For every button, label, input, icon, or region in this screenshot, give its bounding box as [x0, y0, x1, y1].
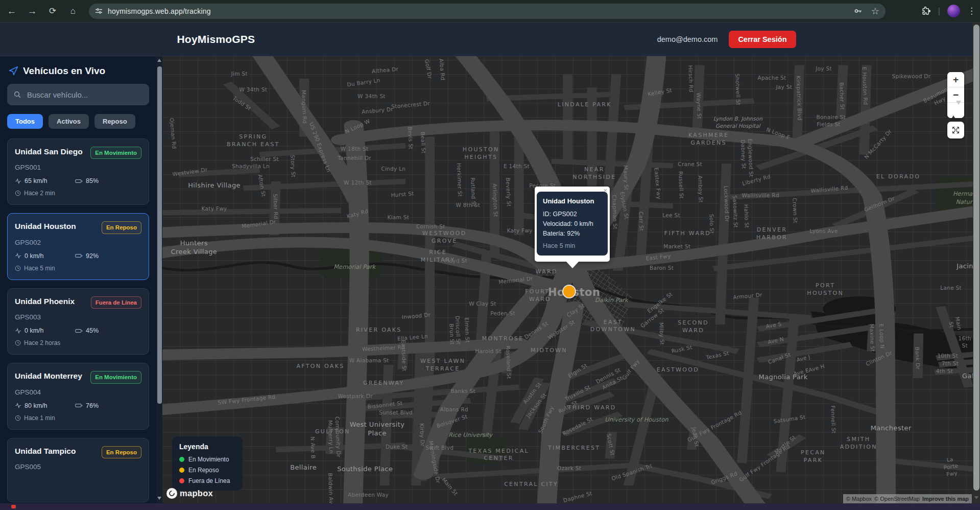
vehicle-sidebar: Vehículos en Vivo TodosActivosReposo Uni…	[0, 56, 156, 503]
legend-items: En MovimientoEn ReposoFuera de Línea	[179, 456, 235, 484]
map-attribution: © Mapbox © OpenStreetMap Improve this ma…	[843, 494, 972, 503]
sidebar-scroll-thumb[interactable]	[157, 66, 162, 404]
map-legend: Leyenda En MovimientoEn ReposoFuera de L…	[172, 436, 243, 491]
vehicle-name: Unidad Monterrey	[15, 371, 82, 381]
speed-value: 0 km/h	[15, 252, 75, 260]
browser-toolbar: ← → ⟳ ⌂ hoymismogps.web.app/tracking ☆	[0, 0, 980, 22]
compass-button[interactable]	[947, 103, 964, 118]
sidebar-title: Vehículos en Vivo	[23, 65, 105, 77]
page-scroll-down-icon[interactable]	[974, 496, 978, 499]
legend-dot	[179, 457, 184, 462]
popup-last-update: Hace 5 min	[543, 242, 602, 249]
last-update: Hace 5 min	[15, 265, 141, 272]
sidebar-scrollbar[interactable]	[156, 56, 162, 503]
browser-menu-icon[interactable]: ⋮	[967, 6, 976, 16]
popup-speed: Velocidad: 0 km/h	[543, 219, 602, 229]
legend-item: En Movimiento	[179, 456, 235, 463]
mapbox-logo[interactable]: mapbox	[166, 488, 213, 499]
legend-title: Leyenda	[179, 443, 235, 451]
mapbox-logo-text: mapbox	[180, 489, 213, 498]
status-badge: En Movimiento	[90, 147, 141, 159]
password-key-icon[interactable]	[853, 6, 863, 16]
vehicle-name: Unidad Houston	[15, 221, 76, 231]
map-canvas[interactable]: SPRING BRANCH EASTHOUSTON HEIGHTSNEAR NO…	[162, 56, 973, 503]
vehicle-name: Unidad Phoenix	[15, 296, 75, 307]
last-update: Hace 2 horas	[15, 339, 141, 346]
filter-todos[interactable]: Todos	[7, 114, 43, 129]
vehicle-card[interactable]: Unidad Monterrey En Movimiento GPS004 80…	[7, 363, 149, 429]
search-icon	[13, 90, 21, 99]
speed-value: 0 km/h	[15, 327, 75, 334]
popup-pointer	[566, 261, 579, 268]
legend-dot	[179, 478, 184, 483]
vehicle-list: Unidad San Diego En Movimiento GPS001 65…	[7, 138, 149, 502]
app-title: HoyMismoGPS	[177, 33, 255, 45]
vehicle-name: Unidad Tampico	[15, 446, 76, 456]
taskbar-strip	[0, 503, 980, 510]
user-email: demo@demo.com	[657, 35, 718, 43]
battery-value: 76%	[75, 402, 99, 409]
vehicle-id: GPS001	[15, 164, 141, 171]
search-input[interactable]	[26, 90, 143, 100]
mapbox-logo-icon	[166, 488, 177, 499]
map-popup: × Unidad Houston ID: GPS002 Velocidad: 0…	[535, 187, 610, 262]
scroll-up-icon[interactable]	[157, 59, 161, 62]
status-badge: En Reposo	[102, 221, 141, 234]
navigation-icon	[8, 66, 18, 76]
legend-dot	[179, 468, 184, 473]
page-scrollbar[interactable]	[973, 22, 980, 503]
vehicle-card[interactable]: Unidad Tampico En Reposo GPS005	[7, 438, 149, 502]
attrib-improve-link[interactable]: Improve this map	[922, 496, 969, 502]
zoom-in-button[interactable]: +	[947, 72, 964, 87]
vehicle-id: GPS003	[15, 313, 141, 321]
status-badge: En Movimiento	[90, 371, 141, 383]
fullscreen-icon	[951, 126, 960, 134]
legend-item: Fuera de Línea	[179, 477, 235, 484]
filter-row: TodosActivosReposo	[7, 114, 149, 129]
filter-reposo[interactable]: Reposo	[94, 114, 135, 129]
speed-value: 65 km/h	[15, 177, 75, 184]
battery-value: 85%	[75, 177, 99, 184]
vehicle-card[interactable]: Unidad San Diego En Movimiento GPS001 65…	[7, 138, 149, 205]
popup-battery: Batería: 92%	[543, 229, 602, 239]
vehicle-id: GPS005	[15, 463, 141, 471]
app-header: HoyMismoGPS demo@demo.com Cerrar Sesión	[0, 22, 973, 56]
popup-close-icon[interactable]: ×	[603, 187, 607, 194]
popup-title: Unidad Houston	[543, 197, 602, 205]
vehicle-marker[interactable]	[563, 286, 575, 297]
legend-item: En Reposo	[179, 467, 235, 474]
fullscreen-button[interactable]	[947, 122, 964, 138]
vehicle-id: GPS004	[15, 388, 141, 396]
filter-activos[interactable]: Activos	[49, 114, 89, 129]
scroll-down-icon[interactable]	[157, 497, 161, 500]
profile-avatar[interactable]	[947, 5, 960, 17]
vehicle-card[interactable]: Unidad Phoenix Fuera de Línea GPS003 0 k…	[7, 288, 149, 355]
url-text: hoymismogps.web.app/tracking	[108, 7, 211, 15]
search-box[interactable]	[7, 84, 149, 105]
site-settings-icon[interactable]	[95, 7, 103, 15]
forward-icon[interactable]: →	[23, 3, 41, 20]
vehicle-name: Unidad San Diego	[15, 147, 83, 157]
attrib-mapbox-link[interactable]: © Mapbox	[846, 496, 872, 502]
status-badge: Fuera de Línea	[91, 296, 141, 309]
battery-value: 45%	[75, 327, 99, 334]
taskbar-accent	[11, 505, 16, 508]
page-scroll-thumb[interactable]	[973, 25, 979, 491]
last-update: Hace 2 min	[15, 190, 141, 197]
vehicle-id: GPS002	[15, 239, 141, 246]
bookmark-star-icon[interactable]: ☆	[871, 6, 879, 17]
map-roads	[162, 56, 973, 503]
back-icon[interactable]: ←	[3, 3, 20, 20]
home-icon[interactable]: ⌂	[64, 3, 82, 20]
reload-icon[interactable]: ⟳	[44, 3, 61, 20]
vehicle-card[interactable]: Unidad Houston En Reposo GPS002 0 km/h 9…	[7, 213, 149, 280]
battery-value: 92%	[75, 252, 99, 260]
screen: ← → ⟳ ⌂ hoymismogps.web.app/tracking ☆	[0, 0, 980, 510]
status-badge: En Reposo	[102, 446, 141, 458]
popup-id: ID: GPS002	[543, 210, 602, 219]
extensions-icon[interactable]	[921, 6, 931, 16]
logout-button[interactable]: Cerrar Sesión	[729, 31, 796, 48]
last-update: Hace 1 min	[15, 414, 141, 422]
address-bar[interactable]: hoymismogps.web.app/tracking ☆	[89, 4, 886, 19]
attrib-osm-link[interactable]: © OpenStreetMap	[874, 496, 920, 502]
